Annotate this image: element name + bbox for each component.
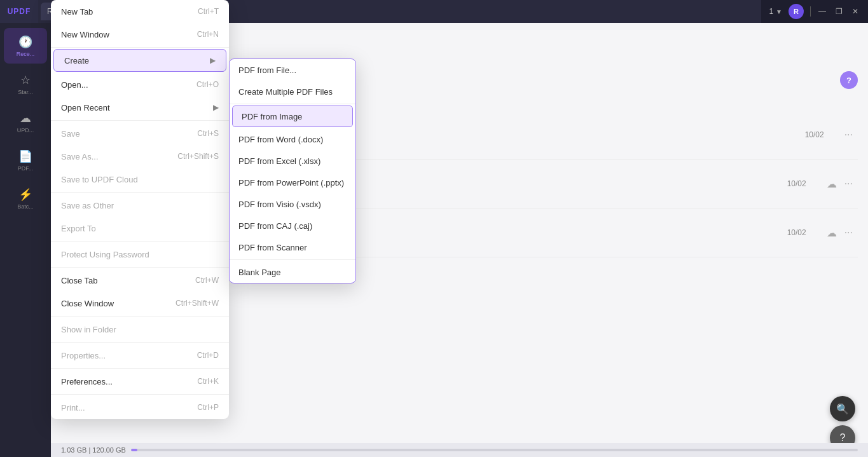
menu-label: New Window [61,30,109,39]
submenu-pdf-word[interactable]: PDF from Word (.docx) [230,128,355,150]
submenu-pdf-file[interactable]: PDF from File... [230,59,355,81]
file-more-btn[interactable]: ··· [844,129,853,140]
sidebar-label: PDF... [18,165,34,172]
submenu-arrow-icon: ▶ [210,56,216,65]
info-btn[interactable]: ? [840,71,858,89]
submenu-divider [230,104,355,104]
submenu-pdf-excel[interactable]: PDF from Excel (.xlsx) [230,150,355,172]
maximize-btn[interactable]: ❐ [834,6,844,17]
menu-preferences[interactable]: Preferences... Ctrl+K [51,370,229,393]
status-bar: 1.03 GB | 120.00 GB [51,443,868,457]
menu-divider [51,267,229,268]
menu-label: Properties... [61,351,106,360]
menu-label: Save [61,129,80,139]
menu-label: Close Tab [61,276,98,285]
menu-show-folder: Show in Folder [51,318,229,341]
menu-new-window[interactable]: New Window Ctrl+N [51,23,229,46]
menu-save: Save Ctrl+S [51,122,229,145]
submenu-pdf-image[interactable]: PDF from Image [232,106,353,127]
submenu-pdf-visio[interactable]: PDF from Visio (.vsdx) [230,193,355,215]
context-menu: New Tab Ctrl+T New Window Ctrl+N Create … [51,0,229,419]
sidebar-label: Rece... [17,51,35,57]
menu-label: Save to UPDF Cloud [61,175,138,184]
menu-shortcut: Ctrl+P [197,403,219,412]
menu-create[interactable]: Create ▶ [53,49,226,72]
search-fab[interactable]: 🔍 [830,396,855,421]
menu-save-as: Save As... Ctrl+Shift+S [51,145,229,168]
divider [810,6,811,17]
menu-label: Export To [61,224,96,233]
menu-label: Show in Folder [61,325,116,334]
menu-label: Save As... [61,152,99,161]
menu-export: Export To [51,217,229,240]
file-date: 10/02 [805,130,837,139]
submenu-pdf-scanner[interactable]: PDF from Scanner [230,236,355,258]
file-more-btn[interactable]: ··· [844,227,853,238]
create-submenu: PDF from File... Create Multiple PDF Fil… [229,58,356,283]
menu-open-recent[interactable]: Open Recent ▶ [51,96,229,119]
sidebar-item-star[interactable]: ☆ Star... [4,66,47,102]
status-storage: 1.03 GB | 120.00 GB [61,446,126,454]
menu-divider [51,120,229,121]
sidebar-icon: ⚡ [18,188,32,201]
menu-save-other: Save as Other [51,194,229,217]
app-logo: UPDF [0,0,38,23]
menu-shortcut: Ctrl+Shift+S [177,152,219,161]
menu-save-cloud: Save to UPDF Cloud [51,168,229,191]
menu-divider [51,241,229,242]
menu-shortcut: Ctrl+T [198,7,219,16]
menu-label: Print... [61,403,85,413]
submenu-arrow-icon: ▶ [213,103,219,112]
menu-label: Create [64,56,89,65]
menu-shortcut: Ctrl+Shift+W [176,299,219,308]
menu-shortcut: Ctrl+W [195,276,219,285]
menu-shortcut: Ctrl+D [197,351,219,360]
sidebar: 🕐 Rece... ☆ Star... ☁ UPD... 📄 PDF... ⚡ … [0,23,51,457]
menu-properties: Properties... Ctrl+D [51,344,229,367]
menu-shortcut: Ctrl+O [196,80,219,89]
menu-label: Protect Using Password [61,250,149,259]
sidebar-label: Star... [18,89,33,95]
menu-divider [51,316,229,317]
sidebar-icon: 🕐 [18,35,32,49]
menu-print: Print... Ctrl+P [51,396,229,419]
menu-label: Save as Other [61,201,114,210]
menu-new-tab[interactable]: New Tab Ctrl+T [51,0,229,23]
close-btn[interactable]: ✕ [850,6,860,17]
menu-divider [51,394,229,395]
storage-progress [131,449,858,451]
menu-close-tab[interactable]: Close Tab Ctrl+W [51,269,229,292]
cloud-icon: ☁ [827,178,837,190]
submenu-pdf-caj[interactable]: PDF from CAJ (.caj) [230,215,355,236]
submenu-pdf-ppt[interactable]: PDF from PowerPoint (.pptx) [230,172,355,193]
menu-divider [51,368,229,369]
cloud-icon: ☁ [827,227,837,239]
file-date: 10/02 [787,179,819,188]
page-counter: 1 ▼ [769,7,782,16]
menu-shortcut: Ctrl+S [197,129,219,138]
sidebar-item-pdf[interactable]: 📄 PDF... [4,142,47,178]
file-date: 10/02 [787,228,819,237]
submenu-divider [230,259,355,260]
menu-label: Preferences... [61,377,113,386]
menu-label: Open Recent [61,103,110,113]
submenu-blank-page[interactable]: Blank Page [230,261,355,283]
minimize-btn[interactable]: — [817,6,827,17]
submenu-multiple-pdf[interactable]: Create Multiple PDF Files [230,81,355,102]
file-more-btn[interactable]: ··· [844,178,853,189]
sidebar-item-batch[interactable]: ⚡ Batc... [4,181,47,216]
menu-label: Open... [61,80,88,90]
sidebar-icon: ☆ [20,73,31,87]
user-avatar[interactable]: R [789,4,804,19]
sidebar-item-recent[interactable]: 🕐 Rece... [4,28,47,64]
sidebar-icon: 📄 [18,149,32,163]
menu-divider [51,342,229,343]
menu-close-window[interactable]: Close Window Ctrl+Shift+W [51,292,229,315]
menu-divider [51,192,229,193]
menu-shortcut: Ctrl+N [197,30,219,39]
menu-label: New Tab [61,7,93,17]
menu-label: Close Window [61,299,114,308]
menu-open[interactable]: Open... Ctrl+O [51,73,229,96]
sidebar-item-updf[interactable]: ☁ UPD... [4,104,47,140]
menu-protect: Protect Using Password [51,243,229,266]
